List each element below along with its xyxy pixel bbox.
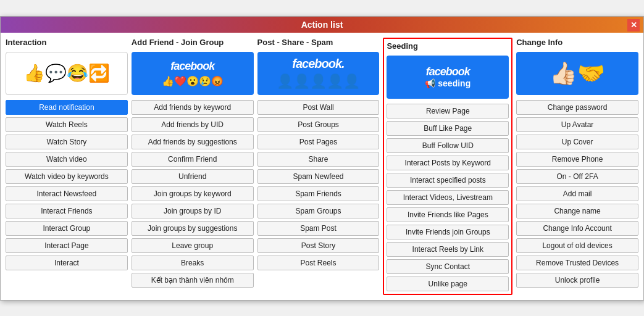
btn-leave-group[interactable]: Leave group (132, 238, 254, 253)
btn-add-friends-keyword[interactable]: Add friends by keyword (132, 100, 254, 115)
btn-invite-friends-like-pages[interactable]: Invite Friends like Pages (387, 207, 509, 222)
btn-unlike-page[interactable]: Unlike page (387, 276, 509, 291)
btn-change-name[interactable]: Change name (516, 204, 638, 218)
btn-watch-video-keywords[interactable]: Watch video by keywords (6, 169, 128, 184)
seeding-header: Seeding (387, 41, 509, 51)
btn-up-avatar[interactable]: Up Avatar (516, 117, 638, 132)
btn-change-info-account[interactable]: Change Info Account (516, 221, 638, 236)
btn-join-groups-keyword[interactable]: Join groups by keyword (132, 186, 254, 201)
btn-spam-post[interactable]: Spam Post (257, 221, 380, 236)
window-title: Action list (301, 20, 343, 30)
btn-add-friends-suggestions[interactable]: Add friends by suggestions (132, 135, 254, 149)
btn-interact-friends[interactable]: Interact Friends (6, 204, 128, 218)
btn-logout-old-devices[interactable]: Logout of old devices (516, 238, 638, 253)
btn-spam-newfeed[interactable]: Spam Newfeed (257, 169, 380, 184)
btn-remove-trusted-devices[interactable]: Remove Trusted Devices (516, 256, 638, 270)
btn-breaks[interactable]: Breaks (132, 256, 254, 270)
interaction-header: Interaction (6, 38, 128, 47)
post-share-header: Post - Share - Spam (257, 38, 380, 47)
main-window: Action list ✕ Interaction 👍💬😂🔁 Read noti… (0, 16, 644, 301)
btn-spam-friends[interactable]: Spam Friends (257, 186, 380, 201)
change-info-banner: 👍🏻🤝 (516, 52, 638, 95)
seeding-banner: facebook 📢 seeding (387, 56, 509, 99)
interaction-column: Interaction 👍💬😂🔁 Read notification Watch… (6, 38, 128, 295)
btn-interact-group[interactable]: Interact Group (6, 221, 128, 236)
btn-buff-like-page[interactable]: Buff Like Page (387, 121, 509, 136)
btn-watch-story[interactable]: Watch Story (6, 135, 128, 149)
btn-sync-contact[interactable]: Sync Contact (387, 259, 509, 274)
btn-add-mail[interactable]: Add mail (516, 186, 638, 201)
add-friend-column: Add Friend - Join Group facebook 👍❤️😮😢😡 … (132, 38, 254, 295)
btn-invite-friends-join-groups[interactable]: Invite Friends join Groups (387, 225, 509, 239)
btn-buff-follow-uid[interactable]: Buff Follow UID (387, 138, 509, 153)
btn-join-groups-id[interactable]: Join groups by ID (132, 204, 254, 218)
btn-interact-videos-livestream[interactable]: Interact Videos, Livestream (387, 190, 509, 205)
btn-confirm-friend[interactable]: Confirm Friend (132, 152, 254, 167)
btn-share[interactable]: Share (257, 152, 380, 167)
add-friend-banner: facebook 👍❤️😮😢😡 (132, 52, 254, 95)
btn-interact-wall[interactable]: Interact (6, 256, 128, 270)
btn-watch-reels[interactable]: Watch Reels (6, 117, 128, 132)
btn-up-cover[interactable]: Up Cover (516, 135, 638, 149)
change-info-header: Change Info (516, 38, 638, 47)
title-bar: Action list ✕ (1, 17, 643, 33)
btn-unfriend[interactable]: Unfriend (132, 169, 254, 184)
btn-post-reels[interactable]: Post Reels (257, 256, 380, 270)
btn-interact-specified-posts[interactable]: Interact specified posts (387, 173, 509, 188)
btn-post-pages[interactable]: Post Pages (257, 135, 380, 149)
btn-watch-video[interactable]: Watch video (6, 152, 128, 167)
btn-interact-reels-link[interactable]: Interact Reels by Link (387, 242, 509, 257)
content-area: Interaction 👍💬😂🔁 Read notification Watch… (1, 33, 643, 300)
btn-spam-groups[interactable]: Spam Groups (257, 204, 380, 218)
btn-add-friends-uid[interactable]: Add friends by UID (132, 117, 254, 132)
change-info-column: Change Info 👍🏻🤝 Change password Up Avata… (516, 38, 638, 295)
post-share-column: Post - Share - Spam facebook. 👤👤👤👤👤 Post… (257, 38, 380, 295)
btn-on-off-2fa[interactable]: On - Off 2FA (516, 169, 638, 184)
interaction-banner: 👍💬😂🔁 (6, 52, 128, 95)
seeding-column: Seeding facebook 📢 seeding Review Page B… (383, 38, 512, 295)
btn-join-groups-suggestions[interactable]: Join groups by suggestions (132, 221, 254, 236)
btn-ket-ban[interactable]: Kết bạn thành viên nhóm (132, 273, 254, 288)
btn-unlock-profile[interactable]: Unlock profile (516, 273, 638, 288)
close-button[interactable]: ✕ (627, 19, 640, 31)
btn-post-story[interactable]: Post Story (257, 238, 380, 253)
add-friend-header: Add Friend - Join Group (132, 38, 254, 47)
btn-interact-newsfeed[interactable]: Interact Newsfeed (6, 186, 128, 201)
post-share-banner: facebook. 👤👤👤👤👤 (257, 52, 380, 95)
btn-change-password[interactable]: Change password (516, 100, 638, 115)
btn-interact-page[interactable]: Interact Page (6, 238, 128, 253)
btn-review-page[interactable]: Review Page (387, 104, 509, 118)
btn-post-wall[interactable]: Post Wall (257, 100, 380, 115)
btn-interact-posts-keyword[interactable]: Interact Posts by Keyword (387, 156, 509, 170)
btn-remove-phone[interactable]: Remove Phone (516, 152, 638, 167)
btn-read-notification[interactable]: Read notification (6, 100, 128, 115)
btn-post-groups[interactable]: Post Groups (257, 117, 380, 132)
